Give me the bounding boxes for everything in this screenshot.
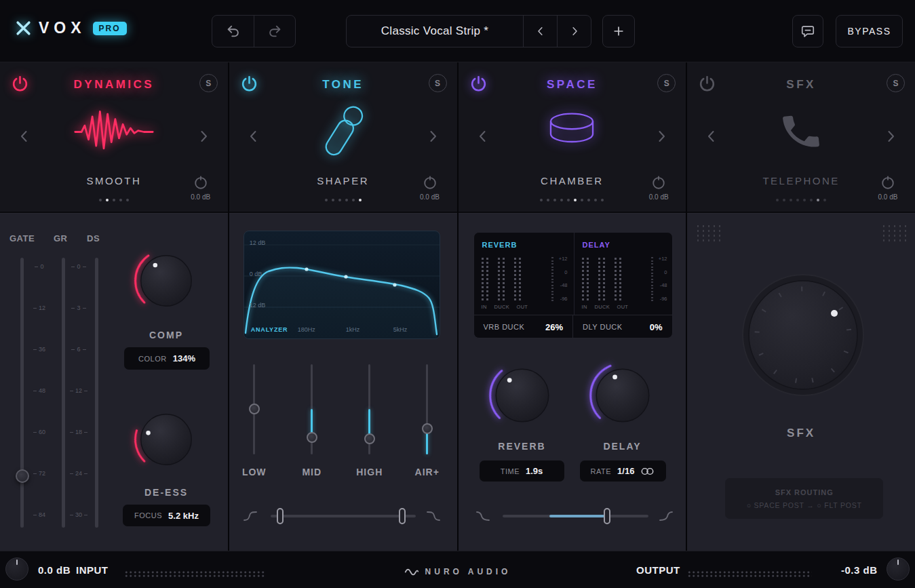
waveform-icon	[0, 94, 228, 170]
stereo-link-icon[interactable]	[640, 467, 655, 475]
preset-next-button[interactable]	[557, 16, 591, 47]
time-value-box[interactable]: TIME 1.9s	[480, 460, 564, 482]
reverb-scale: +120-48-96	[559, 256, 568, 302]
sfx-knob-label: SFX	[687, 427, 915, 440]
vrb-duck-control[interactable]: VRB DUCK 26%	[474, 315, 573, 338]
de-ess-knob[interactable]	[132, 406, 200, 473]
delay-scale: +120-48-96	[659, 256, 667, 302]
sfx-header: SFX S TELEPHONE 0.0 dB	[687, 62, 915, 212]
space-mix-handle[interactable]	[604, 508, 610, 524]
dynamics-preset-dots[interactable]	[0, 199, 228, 201]
reverb-panel-title: REVERB	[482, 241, 518, 249]
mini-knob-icon	[880, 175, 895, 190]
tone-gain-knob[interactable]: 0.0 dB	[412, 175, 448, 201]
space-gain-knob[interactable]: 0.0 dB	[641, 175, 676, 201]
mid-slider[interactable]: MID	[302, 359, 322, 488]
freq-label-1khz: 1kHz	[346, 326, 360, 333]
chamber-cylinder-icon	[459, 94, 686, 170]
comp-knob[interactable]	[132, 247, 200, 315]
freq-label-180hz: 180Hz	[298, 326, 315, 333]
comp-label: COMP	[122, 330, 210, 340]
tone-preset-dots[interactable]	[229, 199, 457, 201]
decay-curve-icon	[476, 511, 490, 522]
reverb-meters	[482, 258, 521, 302]
low-slider[interactable]: LOW	[244, 359, 265, 488]
sfx-preset-dots[interactable]	[687, 199, 915, 201]
lowpass-handle[interactable]	[399, 508, 406, 524]
feedback-button[interactable]	[793, 16, 823, 47]
air-slider[interactable]: AIR+	[417, 359, 437, 488]
shaper-icon	[229, 94, 457, 170]
high-slider-handle[interactable]	[364, 433, 375, 444]
filter-slider[interactable]	[244, 507, 440, 526]
eq-analyzer-panel[interactable]: 12 dB 0 dB 12 dB ANALYZER 180Hz 1kHz 5kH…	[244, 231, 440, 339]
module-strip: DYNAMICS S SMOOTH 0.0 dB GATE GR DS	[0, 62, 915, 551]
highpass-handle[interactable]	[277, 508, 284, 524]
vrb-duck-value: 26%	[545, 322, 563, 332]
bypass-button[interactable]: BYPASS	[836, 16, 902, 47]
space-body: REVERB +120-48-96 INDUCKOUT	[459, 212, 686, 551]
sfx-title: SFX	[687, 78, 915, 92]
delay-knob-label: DELAY	[582, 441, 663, 452]
preset-prev-button[interactable]	[523, 16, 557, 47]
output-gain-knob[interactable]	[887, 557, 910, 581]
gate-slider[interactable]	[20, 258, 24, 528]
high-slider[interactable]: HIGH	[359, 359, 380, 488]
analyzer-toggle[interactable]: ANALYZER	[251, 326, 288, 333]
air-slider-handle[interactable]	[422, 423, 433, 434]
sfx-routing-box[interactable]: SFX ROUTING ○ SPACE POST → ○ FLT POST	[725, 478, 883, 519]
mid-slider-label: MID	[302, 467, 322, 477]
color-value-box[interactable]: COLOR 134%	[124, 347, 210, 370]
redo-button[interactable]	[254, 16, 295, 47]
add-preset-group	[602, 15, 635, 47]
delay-panel-title: DELAY	[583, 241, 610, 249]
space-meter-panel: REVERB +120-48-96 INDUCKOUT	[473, 232, 673, 338]
delay-meters	[582, 258, 621, 302]
mid-slider-handle[interactable]	[307, 432, 317, 443]
gr-ds-scale: 03612182430	[69, 263, 89, 518]
eq-db-label-top: 12 dB	[250, 239, 266, 246]
history-controls	[212, 15, 296, 47]
delay-scale-ticks	[651, 257, 653, 303]
redo-icon	[267, 24, 282, 39]
output-gain-value: -0.3 dB	[841, 564, 878, 576]
reverb-scale-ticks	[551, 257, 553, 303]
color-value: 134%	[173, 353, 195, 364]
rate-value-box[interactable]: RATE 1/16	[580, 460, 666, 482]
dynamics-gain-knob[interactable]: 0.0 dB	[183, 175, 218, 201]
gate-slider-handle[interactable]	[16, 469, 29, 483]
sfx-amount-knob[interactable]	[739, 271, 868, 399]
delay-meter-section: DELAY +120-48-96 INDUCKOUT	[574, 233, 674, 315]
output-label: OUTPUT	[636, 564, 680, 576]
filter-slider-track	[271, 515, 416, 517]
low-slider-handle[interactable]	[249, 404, 260, 414]
sfx-gain-knob[interactable]: 0.0 dB	[870, 175, 906, 201]
sfx-routing-label: SFX ROUTING	[775, 488, 834, 496]
undo-button[interactable]	[212, 16, 254, 47]
space-preset-dots[interactable]	[459, 199, 686, 201]
undo-icon	[226, 24, 241, 39]
delay-knob[interactable]	[587, 360, 658, 431]
sfx-solo-button[interactable]: S	[887, 74, 905, 92]
dynamics-body: GATE GR DS 0123648607284 03612182430 COM…	[0, 212, 228, 551]
preset-name[interactable]: Classic Vocal Strip *	[347, 16, 523, 47]
tone-solo-button[interactable]: S	[429, 74, 447, 92]
reverb-knob-label: REVERB	[482, 441, 563, 452]
focus-value: 5.2 kHz	[168, 511, 199, 521]
module-sfx: SFX S TELEPHONE 0.0 dB	[686, 62, 915, 551]
time-value: 1.9s	[526, 466, 543, 476]
vrb-duck-label: VRB DUCK	[484, 323, 525, 331]
add-preset-button[interactable]	[603, 16, 634, 47]
reverb-knob[interactable]	[487, 360, 558, 431]
dynamics-solo-button[interactable]: S	[199, 74, 218, 92]
preset-selector: Classic Vocal Strip *	[346, 15, 591, 47]
focus-value-box[interactable]: FOCUS 5.2 kHz	[123, 505, 210, 526]
space-mix-slider[interactable]	[476, 507, 673, 526]
logo: VOX PRO	[15, 19, 127, 37]
gate-label: GATE	[9, 233, 35, 243]
dly-duck-control[interactable]: DLY DUCK 0%	[572, 315, 672, 338]
focus-label: FOCUS	[134, 511, 162, 520]
top-bar: VOX PRO Classic Vocal Strip *	[0, 0, 915, 62]
space-header: SPACE S CHAMBER 0.0 dB	[459, 62, 686, 212]
output-level-meter	[687, 570, 812, 578]
